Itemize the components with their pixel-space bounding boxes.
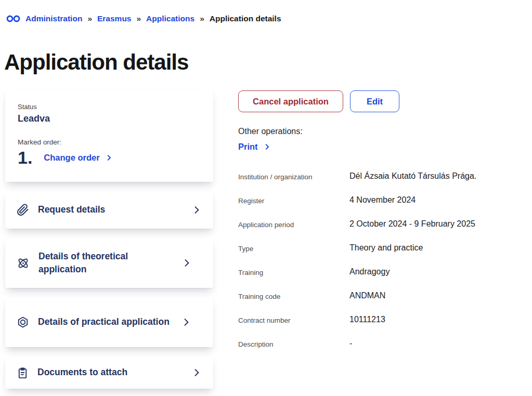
left-sidebar: Status Leadva Marked order: 1. Change or… bbox=[5, 89, 213, 389]
detail-row-type: Type Theory and practice bbox=[238, 240, 493, 264]
detail-value: 2 October 2024 - 9 February 2025 bbox=[349, 219, 493, 229]
chevron-right-icon bbox=[105, 154, 113, 162]
main-content: Cancel application Edit Other operations… bbox=[238, 90, 493, 360]
detail-label: Register bbox=[238, 195, 349, 205]
nav-card-label: Request details bbox=[38, 203, 183, 216]
atom-icon bbox=[17, 257, 30, 270]
chevron-right-icon bbox=[181, 317, 191, 327]
page-title: Application details bbox=[4, 50, 188, 75]
clipboard-icon bbox=[17, 367, 29, 379]
detail-row-training-code: Training code ANDMAN bbox=[238, 288, 493, 312]
detail-row-application-period: Application period 2 October 2024 - 9 Fe… bbox=[238, 216, 493, 240]
breadcrumb-current-page: Application details bbox=[210, 14, 281, 23]
detail-row-contract-number: Contract number 10111213 bbox=[238, 312, 493, 336]
nav-card-documents-to-attach[interactable]: Documents to attach bbox=[5, 357, 213, 389]
application-details-page: Administration » Erasmus » Applications … bbox=[0, 0, 532, 396]
detail-value: 4 November 2024 bbox=[349, 195, 493, 205]
hexagon-target-icon bbox=[17, 316, 29, 328]
action-buttons: Cancel application Edit bbox=[238, 90, 493, 112]
nav-card-request-details[interactable]: Request details bbox=[5, 191, 213, 229]
chevron-right-icon bbox=[191, 205, 202, 215]
change-order-label: Change order bbox=[44, 153, 99, 163]
detail-value: ANDMAN bbox=[349, 291, 493, 300]
detail-value: 10111213 bbox=[349, 315, 493, 324]
detail-row-training: Training Andragogy bbox=[238, 264, 493, 288]
detail-value: Dél Ázsaia Kutató Társulás Prága. bbox=[349, 171, 493, 181]
marked-order-row: 1. Change order bbox=[18, 149, 201, 166]
nav-card-label: Details of theoretical application bbox=[38, 250, 173, 276]
breadcrumb-separator: » bbox=[200, 14, 204, 23]
edit-button[interactable]: Edit bbox=[350, 90, 399, 112]
breadcrumb-separator: » bbox=[87, 14, 92, 23]
chevron-right-icon bbox=[181, 258, 192, 268]
marked-order-value: 1. bbox=[18, 149, 32, 166]
breadcrumb-link-erasmus[interactable]: Erasmus bbox=[97, 14, 131, 23]
status-value: Leadva bbox=[18, 113, 201, 124]
breadcrumb-link-administration[interactable]: Administration bbox=[25, 14, 82, 23]
breadcrumb-link-applications[interactable]: Applications bbox=[146, 14, 194, 23]
detail-row-description: Description - bbox=[238, 336, 493, 360]
application-details-list: Institution / organization Dél Ázsaia Ku… bbox=[238, 168, 493, 360]
detail-label: Institution / organization bbox=[238, 171, 349, 181]
cancel-application-button[interactable]: Cancel application bbox=[238, 90, 343, 112]
app-logo-icon bbox=[6, 15, 20, 23]
chevron-right-icon bbox=[263, 143, 271, 151]
detail-label: Application period bbox=[238, 219, 349, 229]
paperclip-icon bbox=[17, 204, 29, 216]
nav-card-label: Details of practical application bbox=[38, 315, 172, 328]
other-operations-label: Other operations: bbox=[238, 127, 493, 136]
detail-label: Training code bbox=[238, 291, 349, 300]
print-link[interactable]: Print bbox=[238, 142, 271, 152]
detail-value: - bbox=[349, 339, 493, 348]
status-label: Status bbox=[18, 103, 201, 111]
nav-card-theoretical-application[interactable]: Details of theoretical application bbox=[5, 238, 213, 288]
nav-card-practical-application[interactable]: Details of practical application bbox=[5, 297, 213, 347]
breadcrumb-separator: » bbox=[136, 14, 141, 23]
marked-order-label: Marked order: bbox=[18, 138, 201, 146]
detail-row-register: Register 4 November 2024 bbox=[238, 192, 493, 216]
detail-value: Andragogy bbox=[349, 267, 493, 276]
detail-value: Theory and practice bbox=[349, 243, 493, 253]
print-label: Print bbox=[238, 142, 258, 152]
detail-label: Contract number bbox=[238, 315, 349, 324]
detail-label: Type bbox=[238, 243, 349, 253]
nav-card-label: Documents to attach bbox=[37, 366, 183, 379]
detail-label: Training bbox=[238, 267, 349, 276]
detail-row-institution: Institution / organization Dél Ázsaia Ku… bbox=[238, 168, 493, 192]
chevron-right-icon bbox=[191, 367, 202, 378]
breadcrumb: Administration » Erasmus » Applications … bbox=[6, 14, 281, 23]
detail-label: Description bbox=[238, 339, 349, 348]
change-order-link[interactable]: Change order bbox=[44, 153, 112, 163]
status-card: Status Leadva Marked order: 1. Change or… bbox=[5, 89, 213, 182]
